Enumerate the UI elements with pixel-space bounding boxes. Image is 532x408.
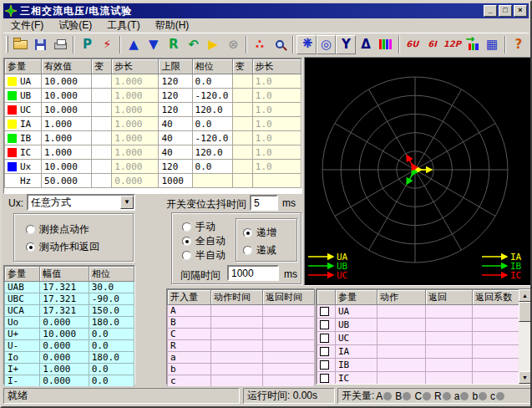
checkbox-cell[interactable] bbox=[317, 372, 336, 385]
undo-button[interactable]: ↶ bbox=[184, 35, 204, 54]
decrease-button[interactable]: ▼ bbox=[144, 35, 164, 54]
param-phase-cell[interactable]: 120.0 bbox=[192, 145, 232, 160]
param-rms-cell[interactable]: 10.000 bbox=[42, 160, 92, 174]
auto-mode-option[interactable]: 半自动 bbox=[182, 248, 225, 263]
param-phase-cell[interactable] bbox=[192, 174, 232, 188]
menu-item[interactable]: 试验(E) bbox=[51, 18, 99, 33]
param-rms-cell[interactable]: 1.000 bbox=[42, 145, 92, 160]
param-limit-cell[interactable]: 120 bbox=[159, 160, 192, 174]
checkbox-cell[interactable] bbox=[317, 332, 336, 345]
checkbox-icon[interactable] bbox=[320, 307, 329, 316]
zoom-button[interactable] bbox=[270, 35, 290, 54]
scroll-up-icon[interactable]: ▲ bbox=[519, 289, 531, 302]
menu-item[interactable]: 帮助(H) bbox=[148, 18, 197, 33]
checkbox-icon[interactable] bbox=[320, 347, 329, 356]
wye-button[interactable]: Y bbox=[336, 35, 356, 54]
menu-item[interactable]: 工具(T) bbox=[99, 18, 147, 33]
param-var1-cell[interactable] bbox=[92, 89, 112, 103]
maximize-button[interactable]: □ bbox=[499, 5, 512, 17]
chevron-down-icon[interactable]: ▼ bbox=[120, 196, 134, 209]
param-step1-cell[interactable]: 1.000 bbox=[112, 145, 159, 160]
debounce-input[interactable] bbox=[250, 195, 278, 211]
checkbox-icon[interactable] bbox=[320, 334, 329, 343]
param-var1-cell[interactable] bbox=[92, 74, 112, 89]
output-button[interactable]: ⚡ bbox=[97, 35, 117, 54]
increase-button[interactable]: ▲ bbox=[124, 35, 144, 54]
harmonic-button[interactable] bbox=[376, 35, 396, 54]
param-rms-cell[interactable]: 10.000 bbox=[42, 74, 92, 89]
param-var1-cell[interactable] bbox=[92, 160, 112, 174]
param-rms-cell[interactable]: 10.000 bbox=[42, 89, 92, 103]
param-phase-cell[interactable]: 0.0 bbox=[192, 117, 232, 131]
param-rms-cell[interactable]: 10.000 bbox=[42, 103, 92, 117]
6i-button[interactable]: 6I bbox=[423, 35, 443, 54]
param-var1-cell[interactable] bbox=[92, 131, 112, 145]
param-step2-cell[interactable] bbox=[252, 174, 301, 188]
calculator-button[interactable]: ▦ bbox=[482, 35, 502, 54]
scrollbar-thumb[interactable] bbox=[519, 302, 531, 322]
auto-mode-option[interactable]: 手动 bbox=[182, 220, 215, 234]
param-limit-cell[interactable]: 40 bbox=[159, 131, 192, 145]
param-phase-cell[interactable]: -120.0 bbox=[192, 131, 232, 145]
param-limit-cell[interactable]: 1000 bbox=[159, 174, 192, 188]
direction-option[interactable]: 递减 bbox=[243, 243, 276, 258]
checkbox-cell[interactable] bbox=[317, 359, 336, 372]
param-var2-cell[interactable] bbox=[232, 74, 252, 89]
param-phase-cell[interactable]: -120.0 bbox=[192, 89, 232, 103]
param-step2-cell[interactable]: 1.0 bbox=[252, 160, 301, 174]
save-button[interactable] bbox=[31, 35, 51, 54]
checkbox-cell[interactable] bbox=[317, 345, 336, 359]
sequence-button[interactable] bbox=[462, 35, 482, 54]
param-step2-cell[interactable]: 1.0 bbox=[252, 103, 301, 117]
param-limit-cell[interactable]: 120 bbox=[159, 103, 192, 117]
param-step2-cell[interactable]: 1.0 bbox=[252, 74, 301, 89]
checkbox-icon[interactable] bbox=[320, 320, 329, 329]
ux-mode-select[interactable]: 任意方式 ▼ bbox=[27, 194, 135, 211]
start-button[interactable]: ▶ bbox=[203, 35, 223, 54]
reset-button[interactable]: R bbox=[164, 35, 184, 54]
minimize-button[interactable]: _ bbox=[484, 5, 497, 17]
checkbox-icon[interactable] bbox=[320, 374, 329, 383]
12p-button[interactable]: 12P bbox=[443, 35, 463, 54]
param-step1-cell[interactable]: 1.000 bbox=[112, 103, 159, 117]
param-limit-cell[interactable]: 120 bbox=[159, 89, 192, 103]
vector-button[interactable]: ∴ bbox=[250, 35, 270, 54]
param-step1-cell[interactable]: 1.000 bbox=[112, 89, 159, 103]
param-phase-cell[interactable]: 0.0 bbox=[192, 74, 232, 89]
direction-option[interactable]: 递增 bbox=[243, 226, 276, 240]
print-button[interactable] bbox=[51, 35, 71, 54]
param-var1-cell[interactable] bbox=[92, 145, 112, 160]
stop-button[interactable]: ⊗ bbox=[223, 35, 243, 54]
param-rms-cell[interactable]: 1.000 bbox=[42, 131, 92, 145]
param-var1-cell[interactable] bbox=[92, 117, 112, 131]
checkbox-cell[interactable] bbox=[317, 305, 336, 319]
6u-button[interactable]: 6U bbox=[403, 35, 423, 54]
param-step1-cell[interactable]: 1.000 bbox=[112, 74, 159, 89]
param-step1-cell[interactable]: 1.000 bbox=[112, 160, 159, 174]
starburst-button[interactable] bbox=[296, 35, 317, 54]
open-button[interactable] bbox=[11, 35, 31, 54]
help-button[interactable]: ? bbox=[509, 35, 529, 54]
param-rms-cell[interactable]: 50.000 bbox=[42, 174, 92, 188]
param-limit-cell[interactable]: 120 bbox=[159, 74, 192, 89]
vertical-scrollbar[interactable]: ▲ ▼ bbox=[519, 289, 531, 384]
checkbox-cell[interactable] bbox=[317, 319, 336, 332]
param-step1-cell[interactable]: 0.000 bbox=[112, 174, 159, 188]
param-phase-cell[interactable]: 0.0 bbox=[192, 160, 232, 174]
param-step2-cell[interactable]: 1.0 bbox=[252, 117, 301, 131]
param-step2-cell[interactable]: 1.0 bbox=[252, 145, 301, 160]
interval-input[interactable] bbox=[227, 265, 279, 281]
param-var2-cell[interactable] bbox=[232, 174, 252, 188]
circles-button[interactable]: ◎ bbox=[317, 35, 337, 54]
param-var2-cell[interactable] bbox=[232, 145, 252, 160]
param-var2-cell[interactable] bbox=[232, 131, 252, 145]
param-rms-cell[interactable]: 1.000 bbox=[42, 117, 92, 131]
param-var2-cell[interactable] bbox=[232, 160, 252, 174]
test-mode-option[interactable]: 测动作和返回 bbox=[26, 240, 99, 254]
test-mode-option[interactable]: 测接点动作 bbox=[26, 222, 89, 237]
param-var2-cell[interactable] bbox=[232, 117, 252, 131]
param-var1-cell[interactable] bbox=[92, 174, 112, 188]
param-limit-cell[interactable]: 40 bbox=[159, 117, 192, 131]
checkbox-icon[interactable] bbox=[320, 360, 329, 370]
parameter-button[interactable]: P bbox=[77, 35, 97, 54]
